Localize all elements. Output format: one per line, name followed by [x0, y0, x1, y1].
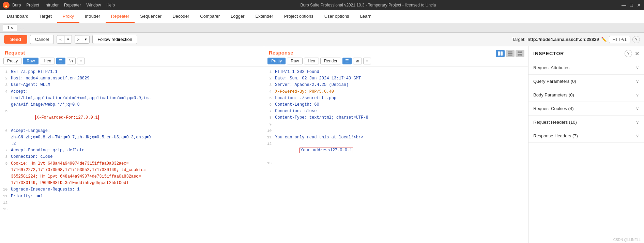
svg-rect-2	[508, 51, 512, 52]
inspector-section-request-cookies[interactable]: Request Cookies (4) ∨	[528, 102, 644, 116]
tab-target[interactable]: Target	[34, 10, 57, 23]
svg-rect-8	[520, 54, 522, 56]
inspector-panel: INSPECTOR ? ✕ Request Attributes ∨ Query…	[528, 46, 644, 243]
response-code-area: 1 HTTP/1.1 302 Found 2 Date: Sun, 02 Jun…	[264, 67, 528, 243]
menu-repeater[interactable]: Repeater	[64, 3, 81, 7]
grid-view-icon[interactable]	[516, 50, 524, 57]
response-line-12: 12 Your address127.0.0.1	[264, 141, 528, 161]
chevron-down-icon: ∨	[636, 133, 639, 138]
response-line-5: 5 Location: ./secretttt.php	[264, 95, 528, 102]
response-panel-toolbar: Pretty Raw Hex Render ☰ \n ≡	[264, 58, 528, 67]
request-tab-1[interactable]: 1 ×	[3, 25, 17, 31]
response-wrap-btn[interactable]: \n	[353, 58, 362, 64]
svg-rect-1	[501, 51, 503, 56]
request-line-9b: 3652581224; Hm_lpvt_648a44a949074de73151…	[0, 173, 264, 180]
request-hex-btn[interactable]: Hex	[40, 58, 55, 64]
response-line-11: 11 You can only read this at local!<br>	[264, 134, 528, 141]
burp-logo: 🔥	[3, 2, 10, 9]
tab-user-options[interactable]: User options	[319, 10, 355, 23]
inspector-close-button[interactable]: ✕	[635, 50, 639, 57]
edit-target-icon[interactable]: ✏️	[601, 37, 607, 42]
inspector-section-request-attributes[interactable]: Request Attributes ∨	[528, 61, 644, 75]
your-address-highlight: Your address127.0.0.1	[300, 148, 353, 153]
response-panel: Response Pretty Raw Hex Render ☰ \n ≡	[264, 46, 528, 243]
response-render-btn[interactable]: Render	[320, 58, 341, 64]
response-list-btn[interactable]: ☰	[342, 58, 352, 64]
prev-arrow-button[interactable]: <	[57, 36, 64, 43]
tab-extender[interactable]: Extender	[250, 10, 279, 23]
request-panel: Request Pretty Raw Hex ☰ \n ≡ 1 GET /a.p…	[0, 46, 264, 243]
response-raw-btn[interactable]: Raw	[287, 58, 303, 64]
minimize-button[interactable]: —	[622, 3, 626, 7]
target-prefix: Target:	[512, 37, 525, 42]
menu-help[interactable]: Help	[106, 3, 115, 7]
request-raw-btn[interactable]: Raw	[23, 58, 39, 64]
tab-comparer[interactable]: Comparer	[195, 10, 225, 23]
svg-rect-0	[498, 51, 500, 56]
request-line-9: 9 Cookie: Hm_lvt_648a44a949074de73151ffa…	[0, 161, 264, 167]
request-line-5: 5 X-Forwarded-For:127.0.0.1	[0, 108, 264, 128]
split-view-icon[interactable]	[496, 50, 505, 57]
inspector-help-icon[interactable]: ?	[625, 50, 632, 57]
toolbar-help-icon[interactable]: ?	[632, 36, 640, 43]
response-line-8: 8 Content-Type: text/html; charset=UTF-8	[264, 115, 528, 121]
inspector-section-query-params[interactable]: Query Parameters (0) ∨	[528, 75, 644, 88]
request-line-9c: 1717330149; PHPSESSID=3510nddi5hvgdhgcdt…	[0, 180, 264, 186]
menu-project[interactable]: Project	[26, 3, 39, 7]
inspector-section-response-headers[interactable]: Response Headers (7) ∨	[528, 129, 644, 143]
inspector-section-body-params[interactable]: Body Parameters (0) ∨	[528, 88, 644, 102]
main-content: Request Pretty Raw Hex ☰ \n ≡ 1 GET /a.p…	[0, 46, 644, 243]
request-pretty-btn[interactable]: Pretty	[3, 58, 21, 64]
tab-learn[interactable]: Learn	[355, 10, 377, 23]
prev-down-button[interactable]: ▾	[65, 35, 72, 43]
follow-redirection-button[interactable]: Follow redirection	[92, 35, 137, 44]
request-more-btn[interactable]: ≡	[77, 58, 85, 64]
chevron-down-icon: ∨	[636, 92, 639, 97]
response-line-3: 3 Server: Apache/2.4.25 (Debian)	[264, 82, 528, 88]
request-panel-toolbar: Pretty Raw Hex ☰ \n ≡	[0, 58, 264, 67]
cancel-button[interactable]: Cancel	[30, 35, 54, 44]
tab-intruder[interactable]: Intruder	[79, 10, 106, 23]
response-more-btn[interactable]: ≡	[363, 58, 371, 64]
request-line-3: 3 User-Agent: WLLM	[0, 82, 264, 88]
close-button[interactable]: ✕	[637, 3, 641, 7]
inspector-empty-space	[528, 143, 644, 237]
request-list-btn[interactable]: ☰	[56, 58, 65, 64]
svg-rect-7	[518, 54, 520, 56]
chevron-down-icon: ∨	[636, 106, 639, 111]
response-line-10: 10	[264, 128, 528, 134]
chevron-down-icon: ∨	[636, 120, 639, 125]
response-line-7: 7 Connection: close	[264, 108, 528, 115]
inspector-section-request-headers[interactable]: Request Headers (10) ∨	[528, 116, 644, 129]
next-arrow-button[interactable]: >	[75, 36, 82, 43]
next-down-button[interactable]: ▾	[82, 35, 89, 43]
tab-repeater[interactable]: Repeater	[106, 10, 135, 23]
request-line-10: 10 Upgrade-Insecure-Requests: 1	[0, 186, 264, 193]
tab-sequencer[interactable]: Sequencer	[135, 10, 167, 23]
tab-dashboard[interactable]: Dashboard	[1, 10, 34, 23]
menu-intruder[interactable]: Intruder	[45, 3, 59, 7]
request-wrap-btn[interactable]: \n	[67, 58, 76, 64]
menu-burp[interactable]: Burp	[12, 3, 21, 7]
tab-decoder[interactable]: Decoder	[167, 10, 195, 23]
window-controls: — □ ✕	[622, 3, 641, 7]
svg-rect-3	[508, 53, 512, 54]
send-button[interactable]: Send	[4, 35, 27, 44]
request-line-12: 12	[0, 200, 264, 206]
response-pretty-btn[interactable]: Pretty	[267, 58, 286, 64]
request-line-9a: 1716972272,1717070508,1717153052,1717330…	[0, 167, 264, 173]
http-version-selector[interactable]: HTTP/1	[609, 36, 630, 43]
menu-window[interactable]: Window	[86, 3, 101, 7]
request-line-6b: .2	[0, 141, 264, 147]
list-view-icon[interactable]	[506, 50, 515, 57]
target-url: http://node4.anna.nssctf.cn:28829	[527, 37, 599, 42]
request-line-4: 4 Accept:	[0, 89, 264, 95]
tab-more[interactable]: ...	[20, 25, 24, 30]
tab-logger[interactable]: Logger	[225, 10, 250, 23]
maximize-button[interactable]: □	[629, 3, 634, 7]
tab-proxy[interactable]: Proxy	[57, 10, 79, 23]
tab-project-options[interactable]: Project options	[279, 10, 319, 23]
tab-1-label: 1 ×	[7, 26, 13, 30]
response-hex-btn[interactable]: Hex	[304, 58, 319, 64]
response-panel-title: Response	[264, 46, 298, 58]
